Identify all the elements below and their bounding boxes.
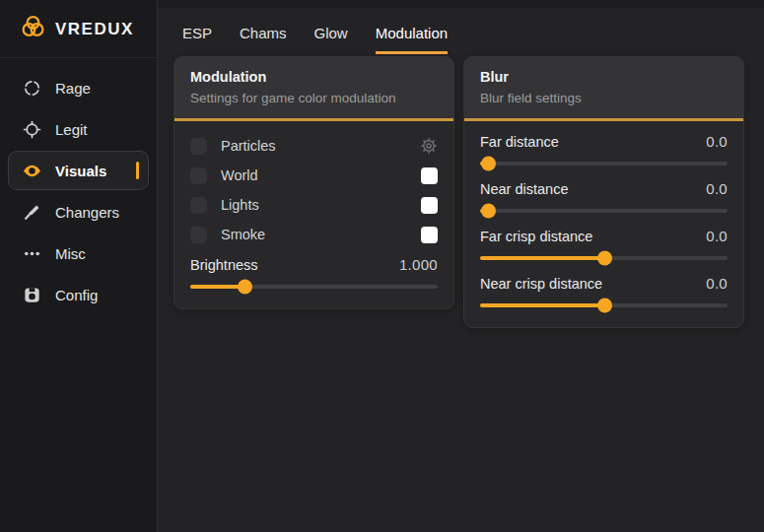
active-indicator-bar: [136, 162, 139, 179]
knife-icon: [21, 203, 42, 222]
sidebar-item-changers[interactable]: Changers: [8, 192, 149, 232]
sidebar-item-label: Rage: [55, 80, 91, 97]
near-distance-slider[interactable]: [480, 209, 728, 213]
tab-bar: ESP Chams Glow Modulation: [158, 8, 764, 54]
panel-title: Blur: [480, 69, 728, 85]
near-crisp-distance-group: Near crisp distance 0.0: [480, 275, 728, 307]
slider-fill: [480, 303, 604, 307]
sidebar-item-label: Visuals: [55, 163, 106, 179]
main-content: ESP Chams Glow Modulation Modulation Set…: [158, 0, 764, 532]
blur-panel-body: Far distance 0.0 Near distance 0.0: [464, 121, 743, 327]
lights-checkbox[interactable]: [190, 197, 207, 214]
legit-icon: [21, 120, 42, 139]
sidebar: VREDUX Rage Legit: [0, 0, 158, 532]
blur-panel: Blur Blur field settings Far distance 0.…: [463, 56, 744, 328]
near-crisp-distance-label: Near crisp distance: [480, 276, 602, 292]
sidebar-item-legit[interactable]: Legit: [8, 109, 149, 149]
world-checkbox[interactable]: [190, 167, 207, 184]
lights-label: Lights: [221, 197, 259, 213]
panel-subtitle: Settings for game color modulation: [190, 91, 438, 105]
panel-title: Modulation: [190, 69, 438, 85]
particles-row: Particles: [190, 131, 438, 161]
smoke-row: Smoke: [190, 220, 438, 249]
far-crisp-distance-label: Far crisp distance: [480, 229, 592, 244]
dots-icon: [21, 244, 42, 263]
tab-modulation[interactable]: Modulation: [376, 16, 448, 54]
near-distance-group: Near distance 0.0: [480, 180, 728, 213]
particles-checkbox[interactable]: [190, 138, 207, 155]
smoke-label: Smoke: [221, 227, 265, 242]
sidebar-item-config[interactable]: Config: [8, 275, 149, 314]
panel-subtitle: Blur field settings: [480, 91, 728, 105]
tab-glow[interactable]: Glow: [314, 16, 348, 54]
smoke-checkbox[interactable]: [190, 227, 207, 243]
sidebar-item-visuals[interactable]: Visuals: [8, 151, 149, 190]
modulation-panel-body: Particles: [174, 121, 453, 308]
near-crisp-distance-slider-thumb[interactable]: [597, 299, 612, 313]
sidebar-item-label: Misc: [55, 245, 86, 262]
sidebar-item-label: Legit: [55, 121, 88, 138]
rage-icon: [21, 79, 42, 98]
near-crisp-distance-value: 0.0: [706, 275, 728, 292]
gear-icon[interactable]: [420, 137, 438, 155]
brightness-slider[interactable]: [190, 285, 438, 289]
far-distance-slider[interactable]: [480, 162, 728, 166]
tab-esp[interactable]: ESP: [182, 16, 212, 54]
lights-row: Lights: [190, 190, 438, 220]
lights-color-swatch[interactable]: [421, 197, 438, 214]
cards-row: Modulation Settings for game color modul…: [158, 54, 764, 328]
brightness-group: Brightness 1.000: [190, 256, 438, 289]
world-color-swatch[interactable]: [421, 167, 438, 184]
brightness-label: Brightness: [190, 257, 258, 273]
tab-chams[interactable]: Chams: [240, 16, 287, 54]
eye-icon: [21, 161, 42, 181]
particles-label: Particles: [221, 138, 276, 154]
top-strip: [158, 0, 764, 8]
logo: VREDUX: [0, 0, 157, 58]
far-crisp-distance-value: 0.0: [706, 228, 728, 244]
save-icon: [21, 286, 42, 304]
sidebar-item-label: Config: [55, 287, 98, 303]
far-crisp-distance-slider-thumb[interactable]: [597, 251, 612, 266]
app-window: VREDUX Rage Legit: [0, 0, 764, 532]
sidebar-item-misc[interactable]: Misc: [8, 233, 149, 273]
near-distance-label: Near distance: [480, 181, 568, 197]
slider-fill: [480, 256, 604, 260]
far-crisp-distance-slider[interactable]: [480, 256, 728, 260]
logo-text: VREDUX: [55, 20, 134, 39]
far-distance-value: 0.0: [706, 133, 728, 150]
near-distance-slider-thumb[interactable]: [481, 204, 496, 219]
sidebar-item-label: Changers: [55, 204, 119, 221]
far-distance-group: Far distance 0.0: [480, 133, 728, 166]
sidebar-item-rage[interactable]: Rage: [8, 68, 149, 107]
triquetra-logo-icon: [20, 14, 46, 44]
smoke-color-swatch[interactable]: [421, 227, 438, 243]
world-row: World: [190, 161, 438, 190]
far-crisp-distance-group: Far crisp distance 0.0: [480, 228, 728, 260]
slider-fill: [190, 285, 244, 289]
sidebar-nav: Rage Legit: [0, 58, 157, 324]
brightness-value: 1.000: [399, 256, 438, 273]
modulation-panel-header: Modulation Settings for game color modul…: [174, 57, 453, 121]
far-distance-slider-thumb[interactable]: [481, 157, 496, 171]
brightness-slider-thumb[interactable]: [238, 280, 252, 295]
near-distance-value: 0.0: [706, 180, 728, 197]
world-label: World: [221, 167, 258, 183]
blur-panel-header: Blur Blur field settings: [464, 57, 743, 121]
near-crisp-distance-slider[interactable]: [480, 303, 728, 307]
far-distance-label: Far distance: [480, 134, 559, 150]
modulation-panel: Modulation Settings for game color modul…: [174, 56, 454, 309]
